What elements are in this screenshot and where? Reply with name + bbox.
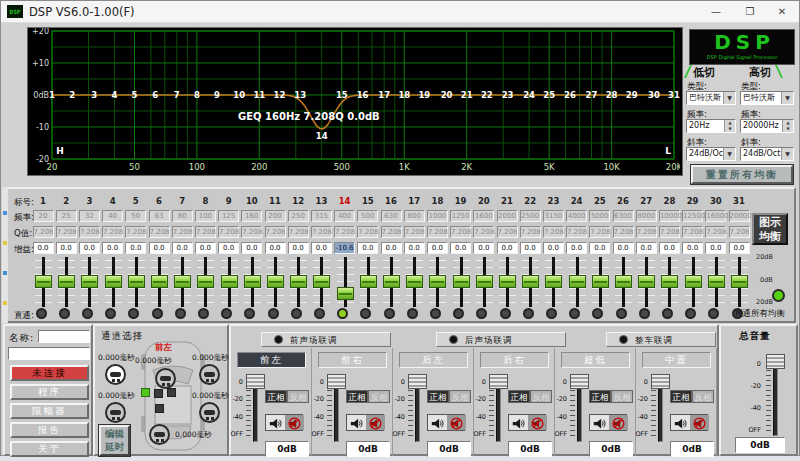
eq-gain-slider[interactable] bbox=[78, 257, 100, 307]
eq-gain-slider[interactable] bbox=[589, 257, 611, 307]
eq-slider-thumb[interactable] bbox=[522, 275, 539, 288]
eq-gain-slider[interactable] bbox=[682, 257, 704, 307]
phase-negative-button[interactable]: 反相 bbox=[530, 390, 552, 403]
eq-gain-field[interactable]: 0.0 bbox=[427, 242, 448, 254]
connect-status-button[interactable]: 未连接 bbox=[10, 365, 89, 381]
eq-freq-field[interactable]: 25 bbox=[56, 210, 77, 222]
lowcut-freq-spinner[interactable]: 20Hz▲▼ bbox=[686, 119, 736, 133]
phase-positive-button[interactable]: 正相 bbox=[265, 390, 287, 403]
speaker-on-icon[interactable] bbox=[671, 415, 690, 430]
eq-q-field[interactable]: 7.208 bbox=[125, 226, 146, 238]
phase-positive-button[interactable]: 正相 bbox=[508, 390, 530, 403]
eq-freq-field[interactable]: 2000 bbox=[497, 210, 518, 222]
eq-q-field[interactable]: 7.208 bbox=[659, 226, 680, 238]
eq-q-field[interactable]: 7.208 bbox=[311, 226, 332, 238]
program-button[interactable]: 程序 bbox=[10, 384, 89, 400]
eq-gain-field[interactable]: 0.0 bbox=[520, 242, 541, 254]
mute-toggle[interactable] bbox=[508, 414, 546, 431]
mute-toggle[interactable] bbox=[589, 414, 627, 431]
phase-negative-button[interactable]: 反相 bbox=[287, 390, 309, 403]
eq-gain-field[interactable]: 0.0 bbox=[149, 242, 170, 254]
eq-slider-thumb[interactable] bbox=[406, 275, 423, 288]
eq-gain-field[interactable]: 0.0 bbox=[265, 242, 286, 254]
speaker-mute-icon[interactable] bbox=[609, 415, 628, 430]
eq-gain-slider[interactable] bbox=[55, 257, 77, 307]
eq-bypass-radio[interactable] bbox=[639, 308, 650, 319]
eq-slider-thumb[interactable] bbox=[638, 275, 655, 288]
eq-freq-field[interactable]: 16000 bbox=[705, 210, 726, 222]
eq-bypass-radio[interactable] bbox=[268, 308, 279, 319]
speaker-on-icon[interactable] bbox=[590, 415, 609, 430]
eq-gain-slider[interactable] bbox=[148, 257, 170, 307]
eq-gain-slider[interactable] bbox=[450, 257, 472, 307]
speaker-icon-front-right[interactable] bbox=[199, 364, 220, 385]
eq-freq-field[interactable]: 20000 bbox=[729, 210, 750, 222]
eq-q-field[interactable]: 7.208 bbox=[566, 226, 587, 238]
eq-q-field[interactable]: 7.208 bbox=[497, 226, 518, 238]
eq-bypass-radio[interactable] bbox=[569, 308, 580, 319]
eq-slider-thumb[interactable] bbox=[128, 275, 145, 288]
spin-down-icon[interactable]: ▼ bbox=[782, 126, 793, 132]
eq-gain-field[interactable]: 0.0 bbox=[566, 242, 587, 254]
eq-slider-thumb[interactable] bbox=[58, 275, 75, 288]
close-button[interactable]: ✕ bbox=[765, 1, 799, 23]
eq-slider-thumb[interactable] bbox=[569, 275, 586, 288]
eq-slider-thumb[interactable] bbox=[429, 275, 446, 288]
eq-freq-field[interactable]: 8000 bbox=[636, 210, 657, 222]
eq-freq-field[interactable]: 3150 bbox=[543, 210, 564, 222]
eq-q-field[interactable]: 7.208 bbox=[357, 226, 378, 238]
reset-all-eq-button[interactable]: 重置所有均衡 bbox=[691, 165, 793, 184]
eq-gain-slider[interactable] bbox=[102, 257, 124, 307]
link-radio[interactable] bbox=[449, 335, 458, 344]
eq-bypass-radio[interactable] bbox=[453, 308, 464, 319]
mute-toggle[interactable] bbox=[346, 414, 384, 431]
fader-thumb[interactable] bbox=[327, 374, 346, 389]
eq-slider-thumb[interactable] bbox=[105, 275, 122, 288]
master-fader-thumb[interactable] bbox=[766, 354, 785, 369]
eq-slider-thumb[interactable] bbox=[197, 275, 214, 288]
graphic-eq-button[interactable]: 图示均衡 bbox=[752, 213, 788, 245]
eq-bypass-radio[interactable] bbox=[592, 308, 603, 319]
eq-bypass-radio[interactable] bbox=[407, 308, 418, 319]
eq-q-field[interactable]: 7.208 bbox=[543, 226, 564, 238]
eq-gain-slider[interactable] bbox=[194, 257, 216, 307]
fader-thumb[interactable] bbox=[570, 374, 589, 389]
fader-thumb[interactable] bbox=[408, 374, 427, 389]
eq-q-field[interactable]: 7.208 bbox=[520, 226, 541, 238]
channel-header[interactable]: 前右 bbox=[318, 352, 387, 368]
eq-slider-thumb[interactable] bbox=[81, 275, 98, 288]
eq-bypass-radio[interactable] bbox=[476, 308, 487, 319]
eq-bypass-radio[interactable] bbox=[546, 308, 557, 319]
eq-q-field[interactable]: 7.208 bbox=[589, 226, 610, 238]
speaker-on-icon[interactable] bbox=[347, 415, 366, 430]
fader-thumb[interactable] bbox=[489, 374, 508, 389]
bypass-all-indicator[interactable] bbox=[772, 289, 785, 302]
eq-gain-slider[interactable] bbox=[32, 257, 54, 307]
phase-negative-button[interactable]: 反相 bbox=[692, 390, 714, 403]
speaker-mute-icon[interactable] bbox=[285, 415, 304, 430]
eq-freq-field[interactable]: 250 bbox=[288, 210, 309, 222]
eq-slider-thumb[interactable] bbox=[151, 275, 168, 288]
eq-q-field[interactable]: 7.208 bbox=[613, 226, 634, 238]
eq-gain-field[interactable]: 0.0 bbox=[79, 242, 100, 254]
minimize-button[interactable]: — bbox=[699, 1, 733, 23]
eq-gain-slider[interactable] bbox=[519, 257, 541, 307]
phase-positive-button[interactable]: 正相 bbox=[589, 390, 611, 403]
eq-gain-field[interactable]: 0.0 bbox=[705, 242, 726, 254]
eq-slider-thumb[interactable] bbox=[35, 275, 52, 288]
eq-bypass-radio[interactable] bbox=[314, 308, 325, 319]
eq-freq-field[interactable]: 800 bbox=[404, 210, 425, 222]
eq-slider-thumb[interactable] bbox=[174, 275, 191, 288]
eq-gain-slider[interactable] bbox=[635, 257, 657, 307]
speaker-icon-front-center[interactable] bbox=[155, 368, 176, 389]
channel-header[interactable]: 后左 bbox=[399, 352, 468, 368]
eq-bypass-radio[interactable] bbox=[244, 308, 255, 319]
eq-gain-slider[interactable] bbox=[542, 257, 564, 307]
eq-gain-slider[interactable] bbox=[566, 257, 588, 307]
eq-bypass-radio[interactable] bbox=[105, 308, 116, 319]
eq-freq-field[interactable]: 4000 bbox=[566, 210, 587, 222]
eq-freq-field[interactable]: 125 bbox=[218, 210, 239, 222]
report-button[interactable]: 报告 bbox=[10, 422, 89, 438]
eq-gain-field[interactable]: 0.0 bbox=[659, 242, 680, 254]
eq-q-field[interactable]: 7.208 bbox=[288, 226, 309, 238]
